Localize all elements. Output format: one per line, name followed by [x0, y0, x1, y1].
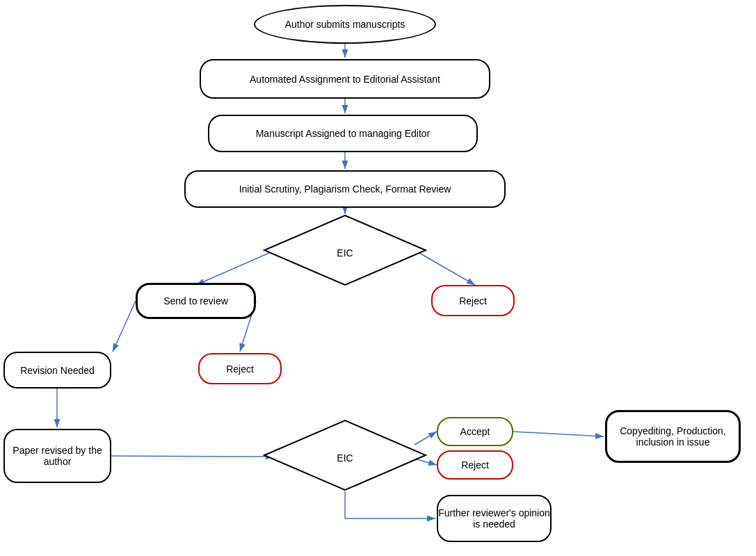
automated-assignment-label: Automated Assignment to Editorial Assist… — [250, 74, 440, 85]
author-submits-label: Author submits manuscripts — [285, 19, 405, 30]
copyediting-label: Copyediting, Production, inclusion in is… — [607, 425, 739, 448]
paper-revised-label: Paper revised by the author — [5, 445, 110, 467]
paper-revised-node: Paper revised by the author — [3, 429, 111, 483]
svg-line-16 — [513, 432, 604, 436]
flowchart: Author submits manuscripts Automated Ass… — [0, 0, 756, 556]
accept-node: Accept — [437, 417, 513, 446]
reject-2-node: Reject — [198, 353, 282, 384]
revision-needed-node: Revision Needed — [3, 352, 111, 389]
manuscript-assigned-label: Manuscript Assigned to managing Editor — [256, 128, 431, 139]
initial-scrutiny-label: Initial Scrutiny, Plagiarism Check, Form… — [239, 183, 451, 195]
manuscript-assigned-node: Manuscript Assigned to managing Editor — [208, 115, 478, 152]
svg-text:EIC: EIC — [337, 452, 353, 464]
svg-line-11 — [111, 456, 274, 457]
reject-3-label: Reject — [461, 459, 489, 471]
reject-1-label: Reject — [459, 295, 487, 306]
revision-needed-label: Revision Needed — [20, 365, 95, 376]
svg-text:EIC: EIC — [337, 247, 353, 259]
reject-3-node: Reject — [437, 450, 513, 480]
initial-scrutiny-node: Initial Scrutiny, Plagiarism Check, Form… — [184, 170, 506, 208]
eic-diamond-1: EIC — [261, 212, 429, 288]
reject-2-label: Reject — [226, 363, 254, 375]
svg-line-8 — [113, 301, 136, 352]
copyediting-node: Copyediting, Production, inclusion in is… — [605, 410, 741, 463]
accept-label: Accept — [460, 426, 490, 437]
eic-diamond-2: EIC — [261, 417, 429, 493]
send-to-review-node: Send to review — [136, 283, 256, 319]
automated-assignment-node: Automated Assignment to Editorial Assist… — [200, 59, 490, 99]
author-submits-node: Author submits manuscripts — [254, 5, 436, 44]
further-reviewer-node: Further reviewer's opinion is needed — [437, 495, 552, 542]
send-to-review-label: Send to review — [163, 295, 228, 306]
further-reviewer-label: Further reviewer's opinion is needed — [438, 507, 550, 530]
reject-1-node: Reject — [431, 285, 515, 316]
